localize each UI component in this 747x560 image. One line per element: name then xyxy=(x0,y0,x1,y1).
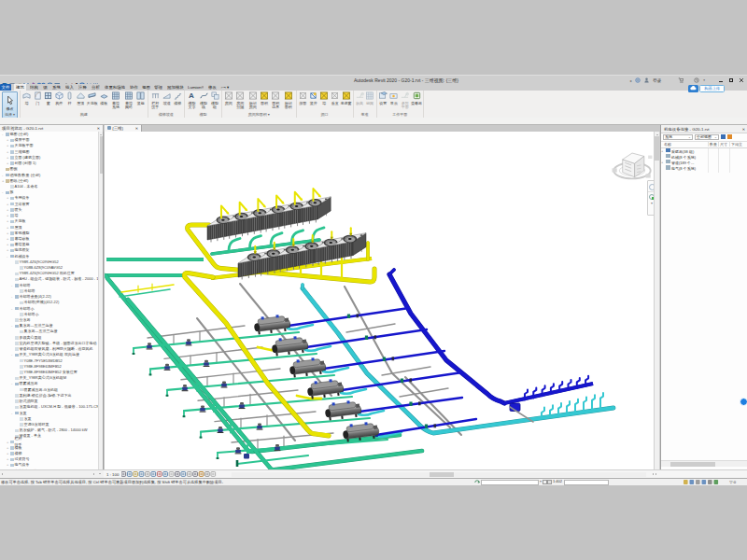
svg-text:A: A xyxy=(189,91,194,100)
